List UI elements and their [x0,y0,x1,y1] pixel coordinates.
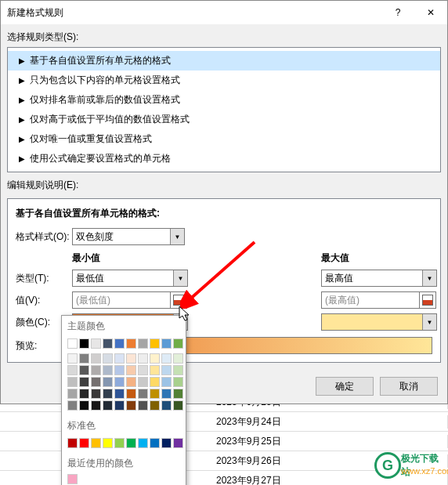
color-cell[interactable] [67,365,78,375]
watermark-logo: G 极光下载站 www.xz7.com [374,451,445,482]
ok-button[interactable]: 确定 [316,377,374,396]
color-swatch [322,314,422,330]
color-cell[interactable] [79,400,89,411]
recent-color-cell[interactable] [67,474,78,484]
color-cell[interactable] [67,438,78,448]
format-style-dropdown[interactable]: 双色刻度 ▼ [72,228,185,245]
ref-select-button[interactable] [170,291,187,309]
color-cell[interactable] [67,353,78,364]
color-cell[interactable] [173,353,183,364]
type-min-dropdown[interactable]: 最低值▼ [72,270,188,287]
color-cell[interactable] [91,400,101,411]
color-cell[interactable] [67,377,78,387]
color-cell[interactable] [91,338,101,349]
arrow-right-icon: ▶ [19,154,25,163]
value-min-input[interactable]: (最低值) [72,291,171,309]
color-cell[interactable] [91,377,101,387]
color-cell[interactable] [126,438,136,448]
color-max-dropdown[interactable]: ▼ [321,313,437,331]
color-cell[interactable] [173,389,183,399]
color-cell[interactable] [91,389,101,399]
rule-type-item[interactable]: ▶仅对高于或低于平均值的数值设置格式 [8,110,440,129]
color-cell[interactable] [150,377,160,387]
color-cell[interactable] [103,353,113,364]
rule-type-item[interactable]: ▶仅对唯一值或重复值设置格式 [8,129,440,149]
color-cell[interactable] [161,353,172,364]
max-header: 最大值 [321,252,437,265]
color-picker-popup: 主题颜色 标准色 最近使用的颜色 其他颜色(M)... [61,315,186,485]
color-cell[interactable] [103,365,113,375]
color-cell[interactable] [103,400,113,411]
color-cell[interactable] [67,400,78,411]
color-cell[interactable] [67,338,78,349]
cancel-button[interactable]: 取消 [380,377,438,396]
color-cell[interactable] [67,389,78,399]
color-cell[interactable] [138,389,148,399]
rule-type-item[interactable]: ▶使用公式确定要设置格式的单元格 [8,149,440,168]
format-style-label: 格式样式(O): [16,230,72,244]
color-cell[interactable] [138,377,148,387]
color-cell[interactable] [126,389,136,399]
color-cell[interactable] [91,365,101,375]
color-cell[interactable] [161,389,172,399]
color-cell[interactable] [114,438,125,448]
color-cell[interactable] [161,400,172,411]
color-cell[interactable] [79,365,89,375]
value-max-input[interactable]: (最高值) [321,291,420,309]
color-cell[interactable] [114,389,125,399]
color-cell[interactable] [79,353,89,364]
color-cell[interactable] [103,438,113,448]
color-cell[interactable] [173,377,183,387]
color-cell[interactable] [79,438,89,448]
color-cell[interactable] [103,338,113,349]
type-max-dropdown[interactable]: 最高值▼ [321,270,437,287]
arrow-right-icon: ▶ [19,76,25,85]
color-cell[interactable] [173,438,183,448]
color-cell[interactable] [126,353,136,364]
color-cell[interactable] [91,353,101,364]
rule-type-item[interactable]: ▶基于各自值设置所有单元格的格式 [8,51,440,71]
color-cell[interactable] [114,338,125,349]
color-cell[interactable] [79,389,89,399]
color-cell[interactable] [138,365,148,375]
color-cell[interactable] [114,400,125,411]
color-cell[interactable] [150,438,160,448]
color-cell[interactable] [138,338,148,349]
help-button[interactable]: ? [381,1,414,24]
rule-type-list[interactable]: ▶基于各自值设置所有单元格的格式 ▶只为包含以下内容的单元格设置格式 ▶仅对排名… [7,47,441,172]
color-cell[interactable] [161,365,172,375]
ref-select-button[interactable] [419,291,436,309]
color-cell[interactable] [173,365,183,375]
color-cell[interactable] [150,353,160,364]
edit-rule-desc-label: 编辑规则说明(E): [1,172,447,195]
color-cell[interactable] [138,353,148,364]
close-button[interactable]: ✕ [414,1,447,24]
logo-url: www.xz7.com [401,466,448,476]
color-cell[interactable] [173,338,183,349]
color-cell[interactable] [138,438,148,448]
titlebar: 新建格式规则 ? ✕ [1,1,447,24]
color-cell[interactable] [161,338,172,349]
color-cell[interactable] [114,365,125,375]
color-cell[interactable] [91,438,101,448]
color-cell[interactable] [103,389,113,399]
color-cell[interactable] [150,400,160,411]
color-cell[interactable] [138,400,148,411]
color-cell[interactable] [173,400,183,411]
color-cell[interactable] [79,338,89,349]
color-cell[interactable] [103,377,113,387]
color-cell[interactable] [79,377,89,387]
color-cell[interactable] [114,377,125,387]
color-cell[interactable] [126,400,136,411]
color-cell[interactable] [161,377,172,387]
color-cell[interactable] [126,338,136,349]
color-cell[interactable] [150,338,160,349]
color-cell[interactable] [150,389,160,399]
color-cell[interactable] [150,365,160,375]
color-cell[interactable] [126,365,136,375]
color-cell[interactable] [126,377,136,387]
color-cell[interactable] [114,353,125,364]
color-cell[interactable] [161,438,172,448]
rule-type-item[interactable]: ▶只为包含以下内容的单元格设置格式 [8,71,440,90]
rule-type-item[interactable]: ▶仅对排名靠前或靠后的数值设置格式 [8,90,440,110]
